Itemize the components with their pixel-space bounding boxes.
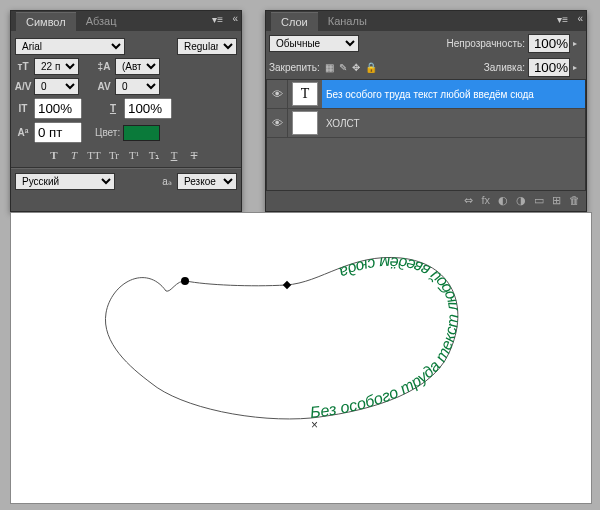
style-smallcaps[interactable]: Tr <box>105 147 123 163</box>
text-style-bar: T T TT Tr T¹ T₁ T Ŧ <box>45 147 237 163</box>
layers-bottom-bar: ⇔ fx ◐ ◑ ▭ ⊞ 🗑 <box>266 191 586 210</box>
style-italic[interactable]: T <box>65 147 83 163</box>
opacity-label: Непрозрачность: <box>446 38 525 49</box>
hscale-icon: T <box>105 102 121 116</box>
kerning-icon: A/V <box>15 80 31 94</box>
tracking-icon: AV <box>96 80 112 94</box>
delete-layer-icon[interactable]: 🗑 <box>569 194 580 207</box>
layer-row[interactable]: 👁 ХОЛСТ <box>267 109 585 138</box>
layer-thumbnail[interactable]: T <box>292 82 318 106</box>
color-label: Цвет: <box>95 127 120 138</box>
layers-list: 👁 T Без особого труда текст любой введём… <box>266 79 586 191</box>
lock-position-icon[interactable]: ✥ <box>352 62 360 73</box>
lock-all-icon[interactable]: 🔒 <box>365 62 377 73</box>
font-size-field[interactable]: 22 пт <box>34 58 79 75</box>
style-superscript[interactable]: T¹ <box>125 147 143 163</box>
fill-field[interactable] <box>528 58 570 77</box>
tab-channels[interactable]: Каналы <box>318 12 377 30</box>
anchor-point[interactable] <box>181 277 189 285</box>
layers-panel: Слои Каналы ▾≡ « Обычные Непрозрачность:… <box>265 10 587 212</box>
style-bold[interactable]: T <box>45 147 63 163</box>
hscale-field[interactable] <box>124 98 172 119</box>
fill-arrow-icon[interactable]: ▸ <box>573 63 583 72</box>
baseline-icon: Aª <box>15 126 31 140</box>
tab-layers[interactable]: Слои <box>271 12 318 31</box>
visibility-toggle[interactable]: 👁 <box>267 80 288 108</box>
panel-collapse-icon[interactable]: « <box>577 13 583 24</box>
antialias-icon: aₐ <box>160 176 174 187</box>
style-underline[interactable]: T <box>165 147 183 163</box>
text-color-swatch[interactable] <box>123 125 160 141</box>
tracking-field[interactable]: 0 <box>115 78 160 95</box>
fx-icon[interactable]: fx <box>481 194 490 207</box>
style-allcaps[interactable]: TT <box>85 147 103 163</box>
opacity-arrow-icon[interactable]: ▸ <box>573 39 583 48</box>
new-layer-icon[interactable]: ⊞ <box>552 194 561 207</box>
text-on-path[interactable]: Без особого труда текст любой введём сюд… <box>309 254 461 421</box>
opacity-field[interactable] <box>528 34 570 53</box>
vscale-field[interactable] <box>34 98 82 119</box>
blend-mode-select[interactable]: Обычные <box>269 35 359 52</box>
fill-label: Заливка: <box>484 62 525 73</box>
layer-row[interactable]: 👁 T Без особого труда текст любой введём… <box>267 80 585 109</box>
font-style-select[interactable]: Regular <box>177 38 237 55</box>
lock-transparency-icon[interactable]: ▦ <box>325 62 334 73</box>
vscale-icon: IT <box>15 102 31 116</box>
antialias-select[interactable]: Резкое <box>177 173 237 190</box>
char-panel-tabs: Символ Абзац ▾≡ « <box>11 11 241 31</box>
character-panel: Символ Абзац ▾≡ « Arial Regular тT 22 пт… <box>10 10 242 212</box>
font-size-icon: тT <box>15 60 31 74</box>
kerning-field[interactable]: 0 <box>34 78 79 95</box>
layer-thumbnail[interactable] <box>292 111 318 135</box>
baseline-field[interactable] <box>34 122 82 143</box>
style-subscript[interactable]: T₁ <box>145 147 163 163</box>
language-select[interactable]: Русский <box>15 173 115 190</box>
panel-menu-icon[interactable]: ▾≡ <box>212 14 223 25</box>
lock-label: Закрепить: <box>269 62 320 73</box>
lock-pixels-icon[interactable]: ✎ <box>339 62 347 73</box>
panel-collapse-icon[interactable]: « <box>232 13 238 24</box>
link-layers-icon[interactable]: ⇔ <box>464 194 473 207</box>
adjustment-icon[interactable]: ◑ <box>516 194 526 207</box>
tab-character[interactable]: Символ <box>16 12 76 31</box>
font-family-select[interactable]: Arial <box>15 38 125 55</box>
layer-name[interactable]: ХОЛСТ <box>322 109 585 137</box>
style-strikethrough[interactable]: Ŧ <box>185 147 203 163</box>
visibility-toggle[interactable]: 👁 <box>267 109 288 137</box>
layers-panel-tabs: Слои Каналы ▾≡ « <box>266 11 586 31</box>
mask-icon[interactable]: ◐ <box>498 194 508 207</box>
layer-name[interactable]: Без особого труда текст любой введём сюд… <box>322 80 585 108</box>
group-icon[interactable]: ▭ <box>534 194 544 207</box>
leading-field[interactable]: (Авто) <box>115 58 160 75</box>
tab-paragraph[interactable]: Абзац <box>76 12 127 30</box>
panel-menu-icon[interactable]: ▾≡ <box>557 14 568 25</box>
text-cursor-marker: × <box>311 418 318 432</box>
canvas[interactable]: Без особого труда текст любой введём сюд… <box>10 212 592 504</box>
anchor-point[interactable] <box>283 281 291 289</box>
leading-icon: ‡A <box>96 60 112 74</box>
